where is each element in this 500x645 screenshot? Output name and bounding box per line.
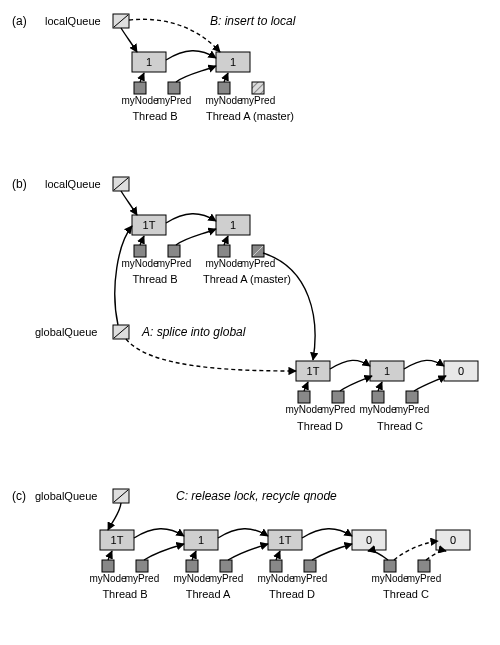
lbl-cv2: myNode <box>173 573 211 584</box>
qnode-a-a-val: 1 <box>230 56 236 68</box>
mypred-d-c <box>304 560 316 572</box>
arrow-lq-to-b-b <box>121 191 137 215</box>
mynode-b-a-lbl: myNode <box>121 95 159 106</box>
lbl-bv2: myNode <box>205 258 243 269</box>
mynode-d-c <box>270 560 282 572</box>
lbl-cv7: myPred <box>407 573 441 584</box>
ar-c-solid-mynode <box>368 551 388 560</box>
mypred-b-a <box>168 82 180 94</box>
arrow-gq-to-b-b <box>115 226 132 325</box>
thread-b-a: Thread B <box>132 110 177 122</box>
panel-a-letter: (a) <box>12 14 27 28</box>
mynode-b-a <box>134 82 146 94</box>
qv-c4: 0 <box>366 534 372 546</box>
qnode-dr-b-val: 1 <box>384 365 390 377</box>
thread-c-c: Thread C <box>383 588 429 600</box>
ar-b3 <box>224 236 228 245</box>
ar-b6 <box>304 382 308 391</box>
ar-b7 <box>340 376 372 391</box>
ar-b2 <box>176 229 216 245</box>
lbl-cv0: myNode <box>89 573 127 584</box>
qv-c1: 1T <box>111 534 124 546</box>
panel-c: (c) globalQueue C: release lock, recycle… <box>12 489 470 600</box>
mynode-b-c <box>102 560 114 572</box>
mypred-a-a <box>252 82 264 94</box>
ar-b5 <box>404 360 444 369</box>
arrow-lq-to-b-a <box>121 28 137 52</box>
thread-b-b: Thread B <box>132 273 177 285</box>
lbl-cv6: myNode <box>371 573 409 584</box>
action-b: A: splice into global <box>141 325 246 339</box>
ar-b8 <box>378 382 382 391</box>
lbl-cv4: myNode <box>257 573 295 584</box>
arrow-gq-to-b-c <box>108 503 121 530</box>
mynode-c-b <box>372 391 384 403</box>
thread-d-b: Thread D <box>297 420 343 432</box>
arrow-b-to-a-b <box>166 214 216 223</box>
thread-a-c: Thread A <box>186 588 231 600</box>
qnode-b-a-val: 1 <box>146 56 152 68</box>
ar-b1 <box>140 236 144 245</box>
mynode-a-c <box>186 560 198 572</box>
panel-a: (a) localQueue B: insert to local 1 1 my… <box>12 14 296 122</box>
lbl-bv1: myPred <box>157 258 191 269</box>
qnode-b-b-val: 1T <box>143 219 156 231</box>
ar-c-dash2 <box>426 551 446 560</box>
mypred-a-a-lbl: myPred <box>241 95 275 106</box>
mypred-d-b <box>332 391 344 403</box>
arrow-gq-to-d-dash <box>126 339 296 371</box>
mynode-b-b <box>134 245 146 257</box>
action-c: C: release lock, recycle qnode <box>176 489 337 503</box>
qv-c5: 0 <box>450 534 456 546</box>
ar-b4 <box>330 360 370 369</box>
ar-c-dash1 <box>394 541 438 560</box>
lbl-bv4: myNode <box>285 404 323 415</box>
ar-c2 <box>218 529 268 538</box>
ar-b9 <box>414 376 446 391</box>
lbl-cv3: myPred <box>209 573 243 584</box>
lbl-bv3: myPred <box>241 258 275 269</box>
mynode-a-a-lbl: myNode <box>205 95 243 106</box>
mynode-d-b <box>298 391 310 403</box>
globalqueue-label-b: globalQueue <box>35 326 97 338</box>
lbl-bv5: myPred <box>321 404 355 415</box>
mynode-c-c <box>384 560 396 572</box>
panel-b: (b) localQueue 1T 1 myNode myPred myNode… <box>12 177 478 432</box>
mypred-c-c <box>418 560 430 572</box>
qv-c2: 1 <box>198 534 204 546</box>
qnode-d-b-val: 1T <box>307 365 320 377</box>
qv-c3: 1T <box>279 534 292 546</box>
action-a: B: insert to local <box>210 14 296 28</box>
ar-c6 <box>192 551 196 560</box>
ar-c1 <box>134 529 184 538</box>
arrow-b-to-a-a <box>166 51 216 60</box>
mypred-a-c <box>220 560 232 572</box>
mynode-a-b <box>218 245 230 257</box>
thread-a-a: Thread A (master) <box>206 110 294 122</box>
thread-c-b: Thread C <box>377 420 423 432</box>
mynode-a-a <box>218 82 230 94</box>
qnode-c-b-val: 0 <box>458 365 464 377</box>
ar-c3 <box>302 529 352 538</box>
lbl-cv1: myPred <box>125 573 159 584</box>
ar-c4 <box>108 551 112 560</box>
ar-c9 <box>312 544 352 560</box>
panel-c-letter: (c) <box>12 489 26 503</box>
mypred-c-b <box>406 391 418 403</box>
panel-b-letter: (b) <box>12 177 27 191</box>
globalqueue-label-c: globalQueue <box>35 490 97 502</box>
thread-b-c: Thread B <box>102 588 147 600</box>
thread-d-c: Thread D <box>269 588 315 600</box>
diagram-root: (a) localQueue B: insert to local 1 1 my… <box>0 0 500 645</box>
arrow-mynode-b-a <box>140 73 144 82</box>
ar-c7 <box>228 544 268 560</box>
lbl-bv7: myPred <box>395 404 429 415</box>
ar-c5 <box>144 544 184 560</box>
arrow-mynode-a-a <box>224 73 228 82</box>
arrow-apred-to-d <box>263 253 315 360</box>
arrow-mypred-b-a <box>176 66 216 82</box>
lbl-bv0: myNode <box>121 258 159 269</box>
localqueue-label-a: localQueue <box>45 15 101 27</box>
lbl-cv5: myPred <box>293 573 327 584</box>
ar-c8 <box>276 551 280 560</box>
